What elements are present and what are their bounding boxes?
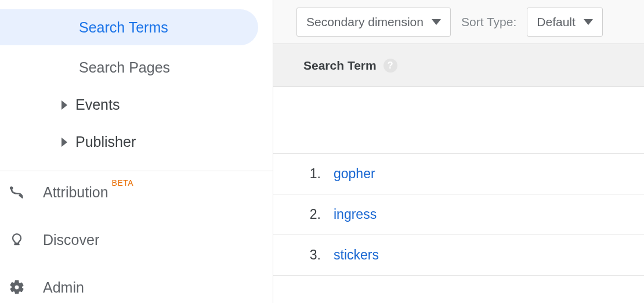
sidebar-item-label: Publisher	[75, 134, 136, 150]
sidebar-item-search-terms[interactable]: Search Terms	[0, 9, 258, 45]
search-term-link[interactable]: stickers	[334, 247, 379, 263]
search-term-link[interactable]: gopher	[334, 166, 375, 182]
sidebar-item-attribution[interactable]: Attribution BETA	[8, 183, 108, 201]
secondary-dimension-dropdown[interactable]: Secondary dimension	[296, 8, 451, 37]
sidebar-item-label: Events	[75, 96, 120, 113]
dropdown-label: Secondary dimension	[306, 15, 424, 29]
sidebar-item-admin[interactable]: Admin	[8, 279, 84, 296]
sidebar-item-discover[interactable]: Discover	[8, 231, 99, 248]
attribution-icon	[8, 183, 26, 201]
sidebar-item-events[interactable]: Events	[61, 96, 120, 113]
report-pane: Secondary dimension Sort Type: Default S…	[273, 0, 644, 303]
sidebar-item-label: Discover	[43, 232, 99, 248]
sidebar-item-label: Search Pages	[79, 59, 170, 75]
lightbulb-icon	[8, 231, 26, 248]
caret-right-icon	[61, 138, 67, 147]
row-index: 3.	[291, 247, 321, 263]
chevron-down-icon	[584, 19, 593, 25]
sort-type-dropdown[interactable]: Default	[527, 8, 603, 37]
column-header-search-term[interactable]: Search Term	[303, 59, 377, 73]
column-header-row: Search Term ?	[273, 44, 644, 87]
beta-badge: BETA	[112, 178, 134, 187]
search-term-link[interactable]: ingress	[334, 207, 377, 222]
sidebar-item-publisher[interactable]: Publisher	[61, 134, 136, 150]
sidebar-item-label: Attribution BETA	[43, 184, 108, 201]
summary-row-placeholder	[273, 87, 644, 154]
sort-type-label: Sort Type:	[461, 15, 516, 29]
table-row: 3. stickers	[273, 235, 644, 276]
search-terms-table: 1. gopher 2. ingress 3. stickers	[273, 154, 644, 276]
table-row: 1. gopher	[273, 154, 644, 194]
report-toolbar: Secondary dimension Sort Type: Default	[273, 0, 644, 44]
chevron-down-icon	[432, 19, 441, 25]
row-index: 2.	[291, 207, 321, 222]
help-icon[interactable]: ?	[383, 59, 397, 73]
sidebar-item-label: Admin	[43, 279, 84, 296]
dropdown-label: Default	[537, 15, 576, 29]
sidebar-divider	[0, 171, 273, 171]
row-index: 1.	[291, 166, 321, 182]
caret-right-icon	[61, 100, 67, 110]
sidebar: Search Terms Search Pages Events Publish…	[0, 0, 273, 303]
table-row: 2. ingress	[273, 194, 644, 235]
gear-icon	[8, 279, 26, 296]
sidebar-item-search-pages[interactable]: Search Pages	[79, 59, 170, 76]
sidebar-item-label: Search Terms	[79, 19, 168, 36]
